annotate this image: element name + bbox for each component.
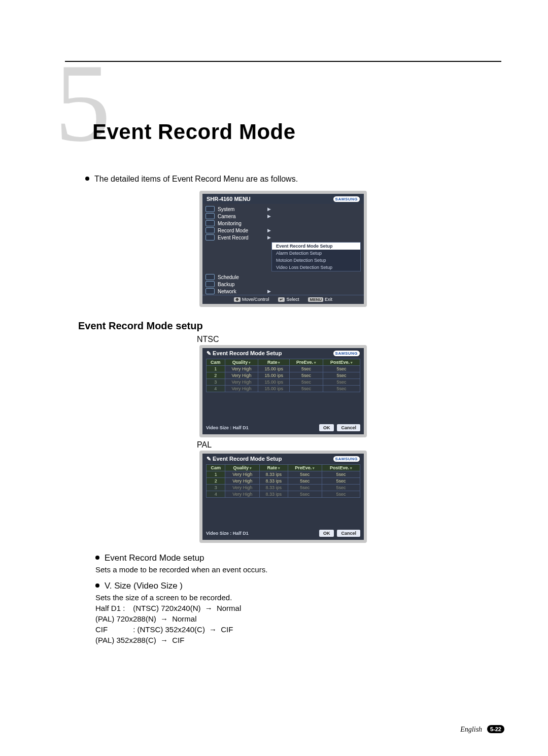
dvr-menu-footer: ✥Move/Control ↵Select MENUExit <box>202 295 364 304</box>
event-record-submenu: Event Record Mode Setup Alarm Detection … <box>271 242 361 271</box>
dropdown-icon: ▾ <box>313 466 315 470</box>
arrow-right-icon: → <box>205 604 213 612</box>
record-icon <box>206 227 215 233</box>
description-list: Event Record Mode setup Sets a mode to b… <box>95 553 501 644</box>
video-size-label: Video Size : Half D1 <box>206 425 249 430</box>
ntsc-setup-table: Cam Quality▾ Rate▾ PreEve.▾ PostEve.▾ 1V… <box>206 359 360 392</box>
system-icon <box>206 206 215 212</box>
bullet-icon <box>95 556 99 560</box>
cancel-button[interactable]: Cancel <box>337 530 360 537</box>
submenu-item-video-loss-detection[interactable]: Video Loss Detection Setup <box>272 264 360 271</box>
schedule-icon <box>206 274 215 280</box>
dvr-menu-title: SHR-4160 MENU <box>207 196 251 202</box>
table-row[interactable]: 1Very High8.33 ips5sec5sec <box>207 471 360 478</box>
lead-paragraph: The detailed items of Event Record Menu … <box>85 175 501 184</box>
menu-item-schedule[interactable]: Schedule <box>206 273 361 281</box>
brand-badge: SAMSUNG <box>333 456 360 462</box>
bullet-icon <box>95 583 99 588</box>
brand-badge: SAMSUNG <box>333 351 360 356</box>
col-cam[interactable]: Cam <box>207 359 225 366</box>
monitor-icon <box>206 220 215 226</box>
menu-item-record-mode[interactable]: Record Mode▶ <box>206 227 361 234</box>
lead-text: The detailed items of Event Record Menu … <box>94 175 298 183</box>
menu-item-event-record[interactable]: Event Record▶ <box>206 234 361 241</box>
chevron-right-icon: ▶ <box>266 235 271 240</box>
footer-page-number: 5-22 <box>487 725 504 733</box>
col-posteve[interactable]: PostEve.▾ <box>322 465 360 471</box>
table-header-row: Cam Quality▾ Rate▾ PreEve.▾ PostEve.▾ <box>207 359 360 366</box>
col-preeve[interactable]: PreEve.▾ <box>290 359 323 366</box>
halfd1-ntsc-line: Half D1 : (NTSC) 720x240(N) → Normal <box>95 604 501 612</box>
pal-setup-table: Cam Quality▾ Rate▾ PreEve.▾ PostEve.▾ 1V… <box>206 464 360 498</box>
bullet-icon <box>85 177 89 181</box>
menu-item-network[interactable]: Network▶ <box>206 288 361 295</box>
dvr-menu-panel: SHR-4160 MENU SAMSUNG System▶ Camera▶ Mo… <box>199 191 367 307</box>
chevron-right-icon: ▶ <box>266 228 271 233</box>
submenu-item-alarm-detection[interactable]: Alarm Detection Setup <box>272 250 360 257</box>
table-row[interactable]: 3Very High8.33 ips5sec5sec <box>207 485 360 491</box>
col-quality[interactable]: Quality▾ <box>225 359 258 366</box>
table-row[interactable]: 2Very High15.00 ips5sec5sec <box>207 372 360 379</box>
footer-language: English <box>460 726 482 733</box>
halfd1-pal-line: (PAL) 720x288(N) → Normal <box>95 614 501 623</box>
brand-badge: SAMSUNG <box>333 196 360 202</box>
dropdown-icon: ▾ <box>278 361 280 364</box>
col-posteve[interactable]: PostEve.▾ <box>323 359 360 366</box>
hint-select: ↵Select <box>278 297 299 302</box>
arrow-right-icon: → <box>209 625 217 634</box>
menu-item-camera[interactable]: Camera▶ <box>206 213 361 220</box>
ntsc-setup-panel: ✎ Event Record Mode Setup SAMSUNG Cam Qu… <box>199 345 367 437</box>
table-row[interactable]: 4Very High15.00 ips5sec5sec <box>207 386 360 392</box>
desc-event-record-mode-setup: Event Record Mode setup Sets a mode to b… <box>95 553 501 574</box>
setup-panel-title: ✎ Event Record Mode Setup <box>207 350 282 357</box>
chevron-right-icon: ▶ <box>266 214 271 219</box>
table-row[interactable]: 3Very High15.00 ips5sec5sec <box>207 379 360 386</box>
col-rate[interactable]: Rate▾ <box>258 359 290 366</box>
chapter-title: Event Record Mode <box>92 120 296 144</box>
table-row[interactable]: 2Very High8.33 ips5sec5sec <box>207 478 360 485</box>
table-header-row: Cam Quality▾ Rate▾ PreEve.▾ PostEve.▾ <box>207 465 360 471</box>
dropdown-icon: ▾ <box>351 361 353 364</box>
col-preeve[interactable]: PreEve.▾ <box>288 465 322 471</box>
hint-exit: MENUExit <box>308 297 332 302</box>
menu-item-monitoring[interactable]: Monitoring <box>206 220 361 227</box>
menu-item-system[interactable]: System▶ <box>206 205 361 213</box>
chevron-right-icon: ▶ <box>266 207 271 212</box>
col-cam[interactable]: Cam <box>207 465 225 471</box>
dpad-icon: ✥ <box>234 297 241 302</box>
arrow-right-icon: → <box>160 636 168 644</box>
arrow-right-icon: → <box>160 614 168 623</box>
backup-icon <box>206 281 215 287</box>
setup-panel-title: ✎ Event Record Mode Setup <box>207 456 282 462</box>
pal-label: PAL <box>197 440 501 450</box>
dropdown-icon: ▾ <box>314 361 316 364</box>
enter-key-icon: ↵ <box>278 297 285 302</box>
dropdown-icon: ▾ <box>278 466 280 470</box>
hint-move: ✥Move/Control <box>234 297 269 302</box>
page-footer: English 5-22 <box>460 725 504 734</box>
menu-item-backup[interactable]: Backup <box>206 281 361 288</box>
desc-video-size: V. Size (Video Size ) Sets the size of a… <box>95 581 501 644</box>
dropdown-icon: ▾ <box>250 466 252 470</box>
chapter-header: 5 Event Record Mode <box>65 71 501 157</box>
dropdown-icon: ▾ <box>350 466 352 470</box>
submenu-item-event-record-mode-setup[interactable]: Event Record Mode Setup <box>272 243 360 250</box>
video-size-label: Video Size : Half D1 <box>206 531 249 536</box>
menu-key-icon: MENU <box>308 297 323 302</box>
cancel-button[interactable]: Cancel <box>337 424 360 431</box>
horizontal-rule <box>65 61 501 62</box>
col-rate[interactable]: Rate▾ <box>259 465 288 471</box>
ntsc-label: NTSC <box>197 335 501 344</box>
table-row[interactable]: 4Very High8.33 ips5sec5sec <box>207 491 360 498</box>
ok-button[interactable]: OK <box>319 424 334 431</box>
camera-icon <box>206 213 215 219</box>
table-row[interactable]: 1Very High15.00 ips5sec5sec <box>207 366 360 372</box>
network-icon <box>206 288 215 294</box>
submenu-item-motion-detection[interactable]: Motoion Detection Setup <box>272 257 360 264</box>
chevron-right-icon: ▶ <box>266 289 271 294</box>
col-quality[interactable]: Quality▾ <box>225 465 259 471</box>
cif-ntsc-line: CIF : (NTSC) 352x240(C) → CIF <box>95 625 501 634</box>
dvr-menu-list: System▶ Camera▶ Monitoring Record Mode▶ … <box>202 204 364 295</box>
section-heading: Event Record Mode setup <box>78 320 501 332</box>
ok-button[interactable]: OK <box>319 530 334 537</box>
